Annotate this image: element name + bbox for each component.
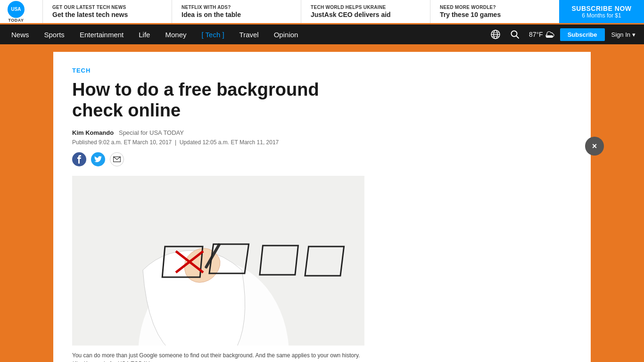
promo-desc-1: Get the latest tech news [52, 11, 162, 18]
promo-items: GET OUR LATEST TECH NEWS Get the latest … [42, 0, 559, 23]
svg-rect-7 [546, 35, 553, 38]
subscribe-button[interactable]: Subscribe [560, 28, 605, 41]
promo-desc-3: JustAsk CEO delivers aid [311, 11, 421, 18]
author-name: Kim Komando [72, 129, 114, 136]
globe-icon[interactable] [487, 29, 504, 40]
article-author: Kim Komando Special for USA TODAY [72, 129, 572, 136]
social-share-bar [72, 152, 572, 166]
nav-life[interactable]: Life [131, 25, 157, 44]
search-icon[interactable] [506, 30, 523, 39]
weather-display: 87°F [525, 31, 558, 38]
nav-right: 87°F Subscribe Sign In ▾ [487, 28, 640, 41]
promo-label-4: NEED MORE WORDLE? [440, 5, 550, 10]
update-date: Updated 12:05 a.m. ET March 11, 2017 [180, 139, 279, 146]
main-background: TECH How to do a free background check o… [0, 44, 644, 362]
nav-travel[interactable]: Travel [232, 25, 266, 44]
article-image [72, 176, 364, 346]
article-card: TECH How to do a free background check o… [53, 52, 591, 362]
promo-label-3: TECH WORLD HELPS UKRAINE [311, 5, 421, 10]
email-share-button[interactable] [110, 152, 124, 166]
facebook-share-button[interactable] [72, 152, 86, 166]
author-role: Special for USA TODAY [119, 129, 184, 136]
promo-bar: USA TODAY GET OUR LATEST TECH NEWS Get t… [0, 0, 644, 25]
promo-item-3[interactable]: TECH WORLD HELPS UKRAINE JustAsk CEO del… [301, 0, 430, 23]
svg-line-6 [516, 36, 519, 38]
promo-subscribe[interactable]: SUBSCRIBE NOW 6 Months for $1 [559, 0, 644, 23]
subscribe-title: SUBSCRIBE NOW [571, 5, 631, 12]
nav-sports[interactable]: Sports [37, 25, 72, 44]
subscribe-sub: 6 Months for $1 [582, 12, 621, 19]
article-dates: Published 9:02 a.m. ET March 10, 2017 | … [72, 139, 572, 146]
promo-item-1[interactable]: GET OUR LATEST TECH NEWS Get the latest … [42, 0, 172, 23]
article-title: How to do a free background check online [72, 80, 364, 121]
close-button[interactable]: × [585, 137, 604, 156]
promo-item-2[interactable]: NETFLIX WITH ADS? Idea is on the table [172, 0, 301, 23]
logo-text: TODAY [8, 18, 24, 23]
nav-opinion[interactable]: Opinion [266, 25, 306, 44]
article-section: TECH [72, 67, 572, 74]
navigation-bar: News Sports Entertainment Life Money [ T… [0, 25, 644, 44]
promo-label-2: NETFLIX WITH ADS? [182, 5, 291, 10]
temperature: 87°F [529, 31, 543, 38]
nav-tech[interactable]: [ Tech ] [194, 25, 231, 44]
nav-money[interactable]: Money [157, 25, 194, 44]
promo-desc-2: Idea is on the table [182, 11, 291, 18]
logo-circle: USA [8, 1, 25, 18]
nav-news[interactable]: News [4, 25, 37, 44]
caption-text: You can do more than just Google someone… [72, 352, 360, 359]
promo-label-1: GET OUR LATEST TECH NEWS [52, 5, 162, 10]
twitter-share-button[interactable] [91, 152, 105, 166]
nav-entertainment[interactable]: Entertainment [72, 25, 131, 44]
signin-button[interactable]: Sign In ▾ [607, 28, 640, 41]
publish-date: Published 9:02 a.m. ET March 10, 2017 [72, 139, 172, 146]
promo-item-4[interactable]: NEED MORE WORDLE? Try these 10 games [430, 0, 559, 23]
promo-desc-4: Try these 10 games [440, 11, 550, 18]
chevron-down-icon: ▾ [632, 31, 636, 38]
signin-label: Sign In [611, 31, 630, 38]
site-logo[interactable]: USA TODAY [0, 0, 42, 23]
image-caption: You can do more than just Google someone… [72, 351, 364, 362]
